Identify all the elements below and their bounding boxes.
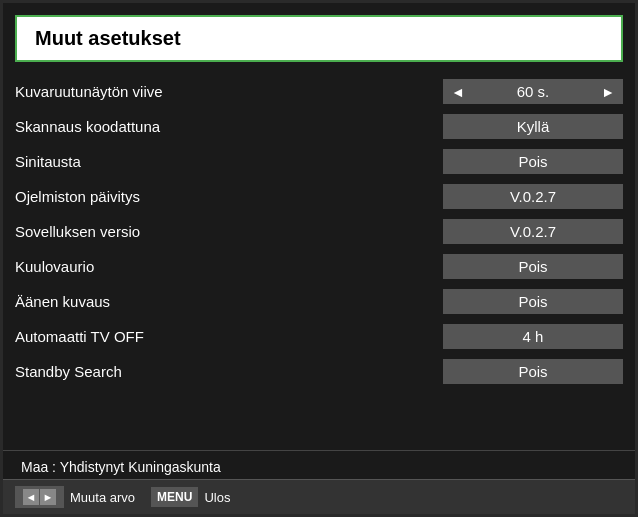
setting-value-with-arrows[interactable]: ◄60 s.►	[443, 79, 623, 104]
setting-label: Standby Search	[15, 363, 443, 380]
settings-list: Kuvaruutunäytön viive◄60 s.►Skannaus koo…	[3, 70, 635, 450]
table-row: Standby SearchPois	[15, 354, 623, 389]
setting-label: Äänen kuvaus	[15, 293, 443, 310]
right-arrow-icon[interactable]: ►	[597, 84, 619, 100]
right-arrow-icon: ►	[40, 489, 56, 505]
left-arrow-icon[interactable]: ◄	[447, 84, 469, 100]
setting-label: Kuulovaurio	[15, 258, 443, 275]
menu-button[interactable]: MENU	[151, 487, 198, 507]
nav-arrows: ◄ ►	[23, 489, 56, 505]
left-arrow-icon: ◄	[23, 489, 39, 505]
table-row: Ojelmiston päivitysV.0.2.7	[15, 179, 623, 214]
table-row: KuulovaurioPois	[15, 249, 623, 284]
table-row: Sovelluksen versioV.0.2.7	[15, 214, 623, 249]
country-label: Maa : Yhdistynyt Kuningaskunta	[21, 459, 221, 475]
setting-label: Skannaus koodattuna	[15, 118, 443, 135]
setting-value: Pois	[443, 254, 623, 279]
footer-controls: ◄ ► Muuta arvo MENU Ulos	[3, 479, 635, 514]
setting-value: Pois	[443, 359, 623, 384]
title-bar: Muut asetukset	[15, 15, 623, 62]
table-row: Äänen kuvausPois	[15, 284, 623, 319]
setting-value: V.0.2.7	[443, 219, 623, 244]
setting-label: Kuvaruutunäytön viive	[15, 83, 443, 100]
table-row: SinitaustaPois	[15, 144, 623, 179]
exit-label: Ulos	[204, 490, 230, 505]
setting-value: 4 h	[443, 324, 623, 349]
footer-country: Maa : Yhdistynyt Kuningaskunta	[3, 450, 635, 479]
setting-label: Ojelmiston päivitys	[15, 188, 443, 205]
table-row: Kuvaruutunäytön viive◄60 s.►	[15, 74, 623, 109]
menu-label: MENU	[157, 490, 192, 504]
setting-label: Automaatti TV OFF	[15, 328, 443, 345]
change-value-label: Muuta arvo	[70, 490, 135, 505]
change-value-btn[interactable]: ◄ ►	[15, 486, 64, 508]
setting-value: V.0.2.7	[443, 184, 623, 209]
settings-screen: Muut asetukset Kuvaruutunäytön viive◄60 …	[0, 0, 638, 517]
setting-label: Sinitausta	[15, 153, 443, 170]
setting-value: Pois	[443, 289, 623, 314]
setting-value-text: 60 s.	[469, 83, 597, 100]
setting-value: Pois	[443, 149, 623, 174]
table-row: Automaatti TV OFF4 h	[15, 319, 623, 354]
page-title: Muut asetukset	[35, 27, 603, 50]
table-row: Skannaus koodattunaKyllä	[15, 109, 623, 144]
setting-value: Kyllä	[443, 114, 623, 139]
setting-label: Sovelluksen versio	[15, 223, 443, 240]
